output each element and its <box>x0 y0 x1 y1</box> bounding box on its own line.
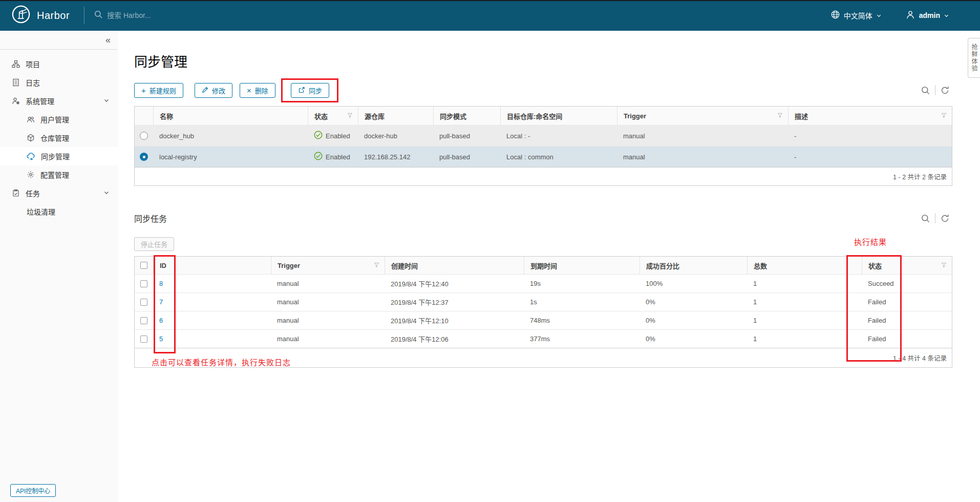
sidebar-item-registry-mgmt[interactable]: 仓库管理 <box>0 129 118 147</box>
new-rule-button[interactable]: + 新建规则 <box>134 83 183 98</box>
column-header-ended[interactable]: 到期时间 <box>524 257 640 274</box>
filter-icon[interactable] <box>374 262 379 269</box>
rule-row-local-registry[interactable]: local-registry Enabled 192.168.25.142 pu… <box>135 146 952 167</box>
task-status: Failed <box>862 311 952 329</box>
rule-row-docker-hub[interactable]: docker_hub Enabled docker-hub pull-based… <box>135 125 952 146</box>
sidebar-item-replication-mgmt[interactable]: 同步管理 <box>0 147 118 165</box>
task-id-link[interactable]: 7 <box>159 298 163 306</box>
sidebar-label: 用户管理 <box>40 114 69 124</box>
sidebar-label: 任务 <box>26 188 40 198</box>
column-header-name[interactable]: 名称 <box>153 107 308 125</box>
select-column-header <box>135 107 153 125</box>
filter-icon[interactable] <box>941 112 947 120</box>
modify-button[interactable]: 修改 <box>195 83 232 98</box>
column-header-percent[interactable]: 成功百分比 <box>640 257 747 274</box>
task-duration: 19s <box>524 275 640 292</box>
row-checkbox[interactable] <box>140 280 147 287</box>
tasks-pagination: 1 - 4 共计 4 条记录 <box>893 353 947 363</box>
sidebar-item-logs[interactable]: 日志 <box>0 73 118 92</box>
task-row[interactable]: 7 manual 2019/8/4 下午12:37 1s 0% 1 Failed <box>135 292 952 311</box>
sidebar-label: 仓库管理 <box>40 133 69 143</box>
rules-pagination: 1 - 2 共计 2 条记录 <box>893 172 947 181</box>
search-input[interactable] <box>107 11 322 19</box>
annotation-exec-result: 执行结果 <box>854 236 887 247</box>
search-icon[interactable] <box>921 214 930 223</box>
task-row[interactable]: 6 manual 2019/8/4 下午12:10 748ms 0% 1 Fai… <box>135 311 952 329</box>
divider <box>935 85 935 95</box>
stop-task-button[interactable]: 停止任务 <box>134 237 174 251</box>
sidebar-group-system-admin[interactable]: 系统管理 <box>0 92 118 110</box>
task-row[interactable]: 5 manual 2019/8/4 下午12:06 377ms 0% 1 Fai… <box>135 329 952 348</box>
rules-table-header: 名称 状态 源仓库 同步模式 目标仓库:命名空间 Trigger <box>135 107 952 125</box>
task-id-link[interactable]: 6 <box>159 317 163 324</box>
column-header-target[interactable]: 目标仓库:命名空间 <box>500 107 617 125</box>
column-header-description[interactable]: 描述 <box>788 107 952 125</box>
annotation-click-hint: 点击可以查看任务详情，执行失败日志 <box>152 357 291 367</box>
api-center-button[interactable]: API控制中心 <box>10 484 56 497</box>
rules-table-body: docker_hub Enabled docker-hub pull-based… <box>135 125 952 167</box>
replication-tasks-table: ID Trigger 创建时间 到期时间 成功百分比 总数 状态 <box>134 256 952 368</box>
task-id-link[interactable]: 8 <box>159 280 163 287</box>
search-icon[interactable] <box>921 86 930 95</box>
column-header-trigger[interactable]: Trigger <box>271 257 385 274</box>
column-header-total[interactable]: 总数 <box>747 257 862 274</box>
sidebar-group-tasks[interactable]: 任务 <box>0 184 118 202</box>
column-header-status[interactable]: 状态 <box>862 257 952 274</box>
user-menu[interactable]: admin <box>905 10 949 22</box>
chevron-down-icon <box>944 13 949 18</box>
task-trigger: manual <box>271 275 385 292</box>
filter-icon[interactable] <box>777 112 783 120</box>
task-id-link[interactable]: 5 <box>159 335 163 343</box>
sidebar-item-user-mgmt[interactable]: 用户管理 <box>0 110 118 129</box>
rule-target: Local : common <box>500 147 617 167</box>
select-all-checkbox[interactable] <box>140 262 147 269</box>
refresh-icon[interactable] <box>940 86 950 95</box>
column-header-created[interactable]: 创建时间 <box>385 257 524 274</box>
rule-status: Enabled <box>308 147 358 167</box>
row-checkbox[interactable] <box>140 317 147 324</box>
navbar-right: 中文简体 admin <box>830 10 980 22</box>
cube-icon <box>27 134 35 142</box>
task-created: 2019/8/4 下午12:37 <box>385 293 524 311</box>
side-vertical-tab[interactable]: 抢鲜体验 <box>968 38 980 78</box>
tasks-grid-actions <box>921 213 950 223</box>
brand[interactable]: Harbor <box>0 5 77 26</box>
radio-checked[interactable] <box>140 153 148 161</box>
column-header-status[interactable]: 状态 <box>308 107 358 125</box>
row-checkbox[interactable] <box>140 299 147 306</box>
sidebar-collapse-button[interactable]: « <box>0 31 118 50</box>
rule-description: - <box>788 126 952 146</box>
delete-button[interactable]: × 删除 <box>240 83 275 98</box>
sidebar-item-config-mgmt[interactable]: 配置管理 <box>0 165 118 184</box>
language-menu[interactable]: 中文简体 <box>830 10 882 21</box>
username-label: admin <box>919 11 940 19</box>
column-header-id[interactable]: ID <box>153 257 271 274</box>
sync-export-icon <box>298 86 305 95</box>
sidebar-item-gc[interactable]: 垃圾清理 <box>0 202 118 221</box>
column-header-source[interactable]: 源仓库 <box>358 107 433 125</box>
radio-unchecked[interactable] <box>140 132 148 140</box>
refresh-icon[interactable] <box>940 214 950 223</box>
task-row[interactable]: 8 manual 2019/8/4 下午12:40 19s 100% 1 Suc… <box>135 274 952 292</box>
task-duration: 377ms <box>524 330 640 348</box>
tasks-table-header: ID Trigger 创建时间 到期时间 成功百分比 总数 状态 <box>135 257 952 274</box>
rule-description: - <box>788 147 952 167</box>
rule-name: local-registry <box>153 147 308 167</box>
sidebar-item-projects[interactable]: 项目 <box>0 55 118 73</box>
collapse-icon: « <box>105 35 111 46</box>
task-percent: 0% <box>640 330 747 348</box>
task-duration: 748ms <box>524 311 640 329</box>
column-header-trigger[interactable]: Trigger <box>617 107 788 125</box>
task-total: 1 <box>747 311 862 329</box>
sync-button[interactable]: 同步 <box>291 83 329 98</box>
rule-name: docker_hub <box>153 126 308 146</box>
column-header-mode[interactable]: 同步模式 <box>433 107 500 125</box>
sidebar: « 项目 日志 <box>0 31 118 502</box>
filter-icon[interactable] <box>347 112 353 120</box>
sidebar-label: 系统管理 <box>26 96 54 106</box>
rule-trigger: manual <box>617 126 788 146</box>
sidebar-label: 配置管理 <box>40 170 69 180</box>
rule-mode: pull-based <box>433 126 500 146</box>
filter-icon[interactable] <box>941 262 947 269</box>
row-checkbox[interactable] <box>140 336 147 343</box>
